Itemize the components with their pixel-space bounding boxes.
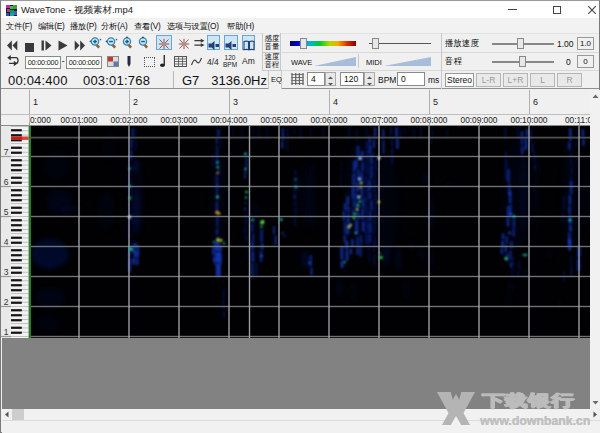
svg-text:7: 7 — [4, 147, 9, 157]
svg-text:4: 4 — [4, 237, 9, 247]
svg-text:5: 5 — [4, 207, 9, 217]
svg-text:2: 2 — [4, 297, 9, 307]
svg-text:1: 1 — [4, 327, 9, 337]
svg-text:6: 6 — [4, 177, 9, 187]
svg-text:3: 3 — [4, 267, 9, 277]
